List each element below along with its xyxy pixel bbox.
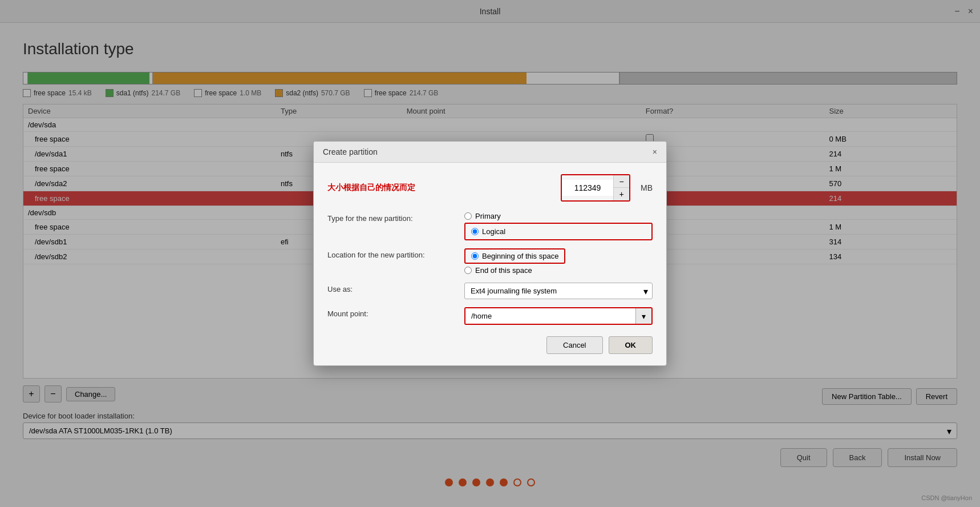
use-as-row: Use as: Ext4 journaling file system Ext3… [327, 283, 653, 299]
mount-point-wrapper: ▾ [464, 307, 653, 325]
location-options: Beginning of this space End of this spac… [464, 248, 653, 275]
partition-location-row: Location for the new partition: Beginnin… [327, 248, 653, 275]
radio-end-label: End of this space [475, 266, 532, 275]
size-minus-button[interactable]: − [613, 175, 629, 188]
use-as-select[interactable]: Ext4 journaling file system Ext3 journal… [464, 283, 653, 299]
radio-primary[interactable] [464, 212, 472, 220]
size-input-wrapper: − + [561, 174, 630, 202]
radio-logical-label: Logical [482, 227, 505, 236]
size-row: 大小根据自己的情况而定 − + MB [327, 174, 653, 202]
dialog-body: 大小根据自己的情况而定 − + MB Type for the new part… [314, 163, 666, 365]
size-unit: MB [641, 183, 653, 192]
mount-point-input[interactable] [465, 308, 635, 324]
mount-dropdown-button[interactable]: ▾ [635, 308, 651, 324]
ok-button[interactable]: OK [609, 336, 653, 354]
cancel-button[interactable]: Cancel [546, 336, 602, 354]
mount-point-label: Mount point: [327, 307, 464, 318]
use-as-wrapper: Ext4 journaling file system Ext3 journal… [464, 283, 653, 299]
logical-option-highlight: Logical [464, 223, 653, 240]
size-input[interactable] [562, 180, 613, 196]
dialog-overlay: Create partition × 大小根据自己的情况而定 − + MB Ty… [0, 0, 980, 507]
radio-beginning[interactable] [471, 252, 479, 260]
use-as-label: Use as: [327, 283, 464, 293]
radio-primary-label: Primary [475, 212, 501, 220]
type-options: Primary Logical [464, 212, 653, 240]
dialog-header: Create partition × [314, 142, 666, 163]
dialog-close-button[interactable]: × [653, 147, 657, 156]
beginning-option-highlight: Beginning of this space [464, 248, 565, 264]
radio-beginning-label: Beginning of this space [482, 252, 558, 260]
radio-logical[interactable] [471, 228, 479, 235]
location-label: Location for the new partition: [327, 248, 464, 259]
size-plus-button[interactable]: + [613, 188, 629, 200]
dialog-buttons: Cancel OK [327, 336, 653, 354]
size-label: 大小根据自己的情况而定 [327, 183, 555, 193]
radio-end[interactable] [464, 267, 472, 274]
type-label: Type for the new partition: [327, 212, 464, 223]
create-partition-dialog: Create partition × 大小根据自己的情况而定 − + MB Ty… [313, 141, 667, 366]
partition-type-row: Type for the new partition: Primary Logi… [327, 212, 653, 240]
dialog-title: Create partition [323, 147, 378, 156]
mount-point-row: Mount point: ▾ [327, 307, 653, 325]
size-stepper: − + [613, 175, 629, 200]
